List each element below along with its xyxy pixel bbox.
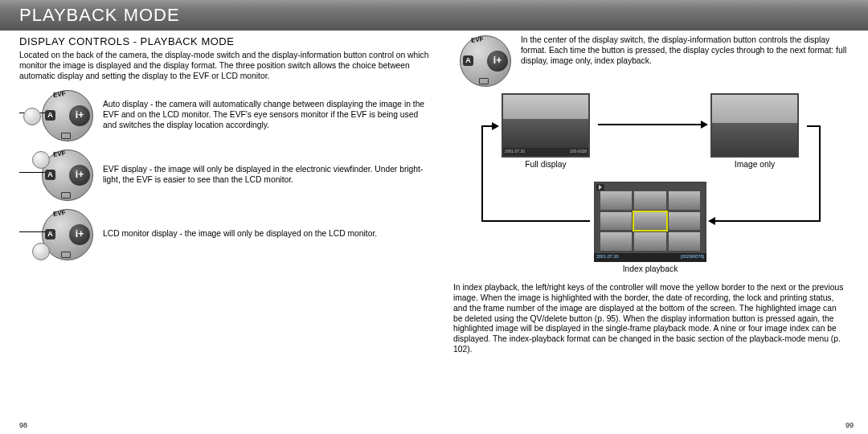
mode-row-lcd: EVF A i+ LCD monitor display - the image… <box>19 209 429 260</box>
switch-knob-icon <box>32 151 50 169</box>
mode-row-auto: EVF A i+ Auto display - the camera will … <box>19 90 429 141</box>
info-button-icon: i+ <box>69 224 90 245</box>
intro-paragraph: Located on the back of the camera, the d… <box>19 51 429 82</box>
cycle-arrow <box>714 220 821 222</box>
mode-row-evf: EVF A i+ EVF display - the image will on… <box>19 149 429 201</box>
arrowhead-icon <box>708 217 715 225</box>
arrowhead-icon <box>492 122 499 130</box>
right-page: EVF A i+ In the center of the display sw… <box>453 35 847 363</box>
full-display-caption: Full display <box>497 160 594 169</box>
image-only-caption: Image only <box>706 160 803 169</box>
chapter-banner: PLAYBACK MODE <box>0 0 868 31</box>
page-number-right: 99 <box>845 421 854 429</box>
cycle-arrow <box>481 220 590 222</box>
switch-knob-icon <box>23 108 41 125</box>
display-switch-icon: EVF A i+ <box>19 149 95 201</box>
page-number-left: 98 <box>19 421 27 429</box>
left-page: DISPLAY CONTROLS - PLAYBACK MODE Located… <box>19 35 429 363</box>
display-switch-icon: EVF A i+ <box>453 35 513 87</box>
full-display-thumb: 2001.07.20 100-0028 <box>502 93 590 158</box>
playback-icon <box>596 184 604 190</box>
cycle-arrow <box>819 125 821 222</box>
display-switch-icon: EVF A i+ <box>19 90 95 141</box>
index-playback-thumb: 2001.07.20 [0029/0078] <box>594 182 706 262</box>
mode-row-text: EVF display - the image will only be dis… <box>103 165 429 186</box>
image-only-thumb <box>710 93 799 158</box>
section-heading: DISPLAY CONTROLS - PLAYBACK MODE <box>19 35 429 47</box>
cycle-arrow <box>598 124 702 125</box>
index-playback-caption: Index playback <box>602 264 698 273</box>
cycle-arrow <box>807 125 819 127</box>
info-button-icon: i+ <box>69 165 90 186</box>
info-button-icon: i+ <box>69 105 90 126</box>
mode-row-text: Auto display - the camera will automatic… <box>103 100 429 131</box>
mode-row-text: LCD monitor display - the image will onl… <box>103 229 429 240</box>
display-cycle-diagram: 2001.07.20 100-0028 Full display Image o… <box>453 93 847 278</box>
info-button-icon: i+ <box>487 51 508 72</box>
display-switch-icon: EVF A i+ <box>19 209 95 260</box>
switch-knob-icon <box>32 243 50 260</box>
cycle-arrow <box>481 125 483 222</box>
arrowhead-icon <box>701 121 708 129</box>
index-playback-paragraph: In index playback, the left/right keys o… <box>453 283 847 355</box>
page-spread: DISPLAY CONTROLS - PLAYBACK MODE Located… <box>0 31 868 363</box>
info-button-description: In the center of the display switch, the… <box>521 35 847 67</box>
